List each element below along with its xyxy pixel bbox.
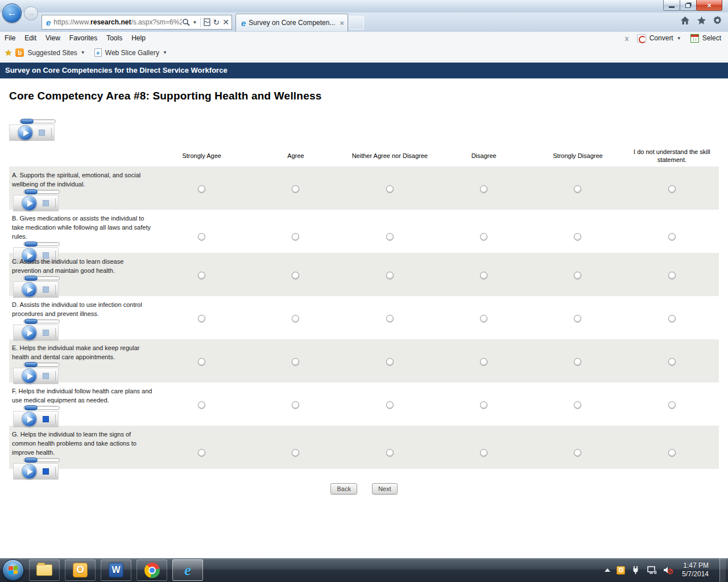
radio-row6-option4[interactable]	[574, 449, 581, 456]
radio-row0-option1[interactable]	[292, 185, 299, 193]
radio-row0-option0[interactable]	[198, 185, 205, 193]
radio-row2-option2[interactable]	[386, 272, 394, 279]
browser-tab[interactable]: e Survey on Core Competen... ×	[235, 14, 348, 31]
radio-row0-option2[interactable]	[386, 185, 394, 193]
play-button[interactable]	[22, 464, 37, 479]
radio-row6-option0[interactable]	[198, 449, 205, 456]
radio-row5-option2[interactable]	[386, 401, 394, 409]
forward-button[interactable]: →	[24, 6, 38, 20]
tools-gear-icon[interactable]	[713, 16, 722, 25]
convert-button[interactable]: Convert	[650, 34, 673, 42]
web-slice-gallery-link[interactable]: Web Slice Gallery	[105, 49, 159, 57]
stop-button[interactable]	[43, 416, 49, 422]
close-toolbar-icon[interactable]: x	[624, 34, 628, 43]
radio-row3-option0[interactable]	[198, 315, 205, 322]
volume-muted-icon[interactable]	[663, 566, 673, 575]
convert-dropdown-icon[interactable]: ▼	[677, 36, 681, 41]
radio-row5-option4[interactable]	[574, 401, 581, 409]
suggested-sites-dropdown-icon[interactable]: ▼	[81, 50, 85, 55]
radio-row5-option5[interactable]	[668, 401, 676, 409]
radio-row2-option3[interactable]	[480, 272, 487, 279]
radio-row5-option0[interactable]	[198, 401, 205, 409]
media-seek-slider[interactable]	[23, 276, 60, 280]
add-favorite-star-icon[interactable]: ★	[5, 48, 12, 58]
slider-thumb-icon[interactable]	[20, 119, 34, 124]
menu-file[interactable]: File	[0, 33, 20, 43]
restore-button[interactable]	[680, 0, 697, 11]
play-button[interactable]	[22, 368, 37, 384]
play-button[interactable]	[22, 411, 37, 427]
select-button[interactable]: Select	[702, 34, 721, 42]
media-seek-slider[interactable]	[19, 119, 56, 123]
radio-row4-option3[interactable]	[480, 358, 487, 365]
network-icon[interactable]	[647, 566, 657, 575]
slider-thumb-icon[interactable]	[24, 242, 38, 247]
back-page-button[interactable]: Back	[330, 483, 357, 494]
radio-row5-option1[interactable]	[292, 401, 299, 409]
address-bar[interactable]: e https://www.research.net/s.aspx?sm=6%2…	[42, 15, 232, 30]
radio-row6-option2[interactable]	[386, 449, 394, 456]
radio-row1-option3[interactable]	[480, 233, 487, 240]
slider-thumb-icon[interactable]	[24, 405, 38, 410]
close-button[interactable]: ×	[696, 0, 722, 11]
stop-button[interactable]	[39, 130, 45, 136]
new-tab-button[interactable]	[349, 16, 364, 30]
radio-row6-option3[interactable]	[480, 449, 487, 456]
menu-view[interactable]: View	[41, 33, 65, 43]
tray-outlook-icon[interactable]: O	[617, 566, 625, 575]
media-seek-slider[interactable]	[23, 363, 60, 367]
radio-row3-option4[interactable]	[574, 315, 581, 322]
media-seek-slider[interactable]	[23, 319, 60, 323]
radio-row1-option4[interactable]	[574, 233, 581, 240]
radio-row4-option2[interactable]	[386, 358, 394, 365]
radio-row1-option5[interactable]	[668, 233, 676, 240]
next-page-button[interactable]: Next	[372, 483, 398, 494]
taskbar-chrome-button[interactable]	[136, 559, 167, 581]
radio-row1-option1[interactable]	[292, 233, 299, 240]
radio-row3-option1[interactable]	[292, 315, 299, 322]
suggested-sites-link[interactable]: Suggested Sites	[27, 49, 77, 57]
play-button[interactable]	[22, 196, 37, 211]
search-dropdown-icon[interactable]: ▼	[193, 20, 197, 25]
radio-row4-option4[interactable]	[574, 358, 581, 365]
radio-row2-option4[interactable]	[574, 272, 581, 279]
radio-row2-option0[interactable]	[198, 272, 205, 279]
minimize-button[interactable]	[663, 0, 680, 11]
compatibility-view-icon[interactable]	[204, 18, 210, 26]
play-button[interactable]	[22, 325, 37, 340]
favorites-star-icon[interactable]	[697, 16, 706, 25]
radio-row2-option5[interactable]	[668, 272, 676, 279]
radio-row3-option5[interactable]	[668, 315, 676, 322]
media-seek-slider[interactable]	[23, 242, 60, 246]
menu-favorites[interactable]: Favorites	[65, 33, 102, 43]
refresh-icon[interactable]: ↻	[213, 18, 220, 26]
radio-row2-option1[interactable]	[292, 272, 299, 279]
radio-row4-option5[interactable]	[668, 358, 676, 365]
stop-button[interactable]	[43, 200, 49, 206]
stop-button[interactable]	[43, 373, 49, 379]
radio-row6-option1[interactable]	[292, 449, 299, 456]
radio-row4-option1[interactable]	[292, 358, 299, 365]
show-desktop-button[interactable]	[719, 558, 726, 582]
taskbar-word-button[interactable]: W	[101, 559, 131, 581]
radio-row0-option3[interactable]	[480, 185, 487, 193]
menu-tools[interactable]: Tools	[102, 33, 127, 43]
stop-button[interactable]	[43, 468, 49, 475]
radio-row3-option3[interactable]	[480, 315, 487, 322]
tab-close-icon[interactable]: ×	[340, 19, 344, 27]
radio-row0-option4[interactable]	[574, 185, 581, 193]
taskbar-outlook-button[interactable]: O	[65, 559, 96, 581]
taskbar-ie-button[interactable]: e	[172, 559, 203, 581]
stop-button[interactable]	[43, 286, 49, 293]
slider-thumb-icon[interactable]	[24, 362, 38, 367]
show-hidden-icons-button[interactable]	[605, 568, 610, 572]
media-seek-slider[interactable]	[23, 190, 60, 194]
play-button[interactable]	[18, 125, 33, 140]
start-button[interactable]	[2, 559, 24, 581]
clock[interactable]: 1:47 PM5/7/2014	[682, 562, 709, 579]
radio-row6-option5[interactable]	[668, 449, 676, 456]
taskbar-explorer-button[interactable]	[29, 559, 60, 581]
slider-thumb-icon[interactable]	[24, 458, 38, 463]
radio-row1-option0[interactable]	[198, 233, 205, 240]
stop-icon[interactable]: ✕	[222, 18, 229, 26]
